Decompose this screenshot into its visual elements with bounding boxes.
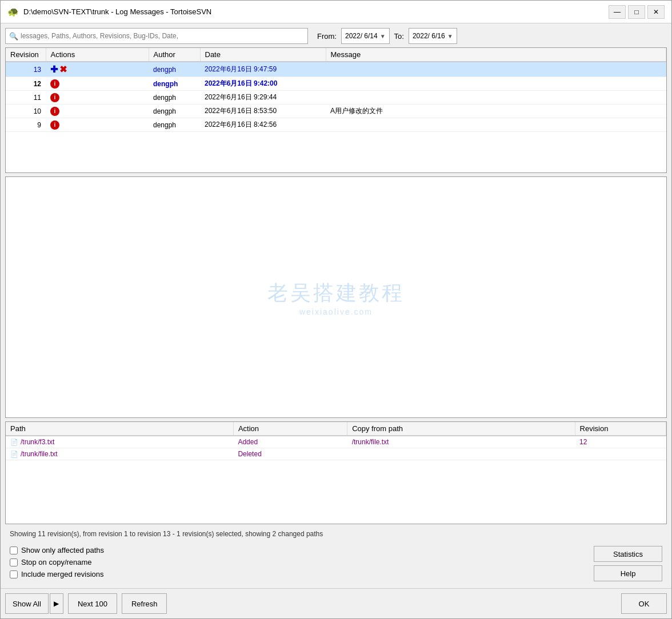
- log-table-row[interactable]: 13✚✖dengph2022年6月16日 9:47:59: [6, 62, 666, 77]
- path-table-row[interactable]: 📄/trunk/f3.txtAdded/trunk/file.txt12: [6, 436, 666, 448]
- watermark-en-text: weixiaolive.com: [267, 307, 405, 316]
- log-row-revision: 11: [6, 91, 46, 104]
- path-row-copy-from: [347, 448, 575, 460]
- to-date-value: 2022/ 6/16: [413, 32, 445, 40]
- maximize-button[interactable]: □: [628, 5, 645, 19]
- title-controls: — □ ✕: [609, 5, 665, 19]
- log-row-date: 2022年6月16日 9:29:44: [200, 91, 326, 104]
- log-row-date: 2022年6月16日 8:42:56: [200, 118, 326, 132]
- log-row-message: [326, 91, 666, 104]
- add-action-icon: ✚: [50, 64, 58, 75]
- info-action-icon: i: [50, 93, 59, 102]
- info-action-icon: i: [50, 120, 59, 130]
- path-table: Path Action Copy from path Revision 📄/tr…: [6, 422, 666, 460]
- log-table: Revision Actions Author Date Message 13✚…: [6, 48, 666, 132]
- close-button[interactable]: ✕: [647, 5, 665, 19]
- to-date-arrow[interactable]: ▼: [447, 33, 453, 39]
- log-row-revision: 12: [6, 77, 46, 91]
- checkboxes-group: Show only affected paths Stop on copy/re…: [10, 546, 104, 578]
- include-merged-checkbox[interactable]: [10, 570, 18, 578]
- include-merged-text: Include merged revisions: [21, 570, 104, 578]
- info-action-icon: i: [50, 79, 59, 89]
- bottom-bar: Show All ▶ Next 100 Refresh OK: [1, 588, 671, 618]
- log-row-actions: i: [46, 104, 149, 118]
- window-title: D:\demo\SVN-TEXT\trunk - Log Messages - …: [23, 7, 211, 16]
- search-icon: 🔍: [9, 32, 18, 41]
- log-row-actions: i: [46, 118, 149, 132]
- path-row-path: 📄/trunk/f3.txt: [6, 436, 233, 448]
- main-window: 🐢 D:\demo\SVN-TEXT\trunk - Log Messages …: [0, 0, 672, 619]
- title-bar: 🐢 D:\demo\SVN-TEXT\trunk - Log Messages …: [1, 1, 671, 23]
- log-table-row[interactable]: 12idengph2022年6月16日 9:42:00: [6, 77, 666, 91]
- log-row-author: dengph: [149, 91, 200, 104]
- log-row-revision: 13: [6, 62, 46, 77]
- to-date-box[interactable]: 2022/ 6/16 ▼: [409, 28, 457, 44]
- log-table-row[interactable]: 10idengph2022年6月16日 8:53:50A用户修改的文件: [6, 104, 666, 118]
- show-all-arrow-button[interactable]: ▶: [50, 593, 63, 614]
- col-header-revision: Revision: [575, 422, 666, 436]
- message-area: 老吴搭建教程 weixiaolive.com: [5, 176, 667, 418]
- show-only-affected-label[interactable]: Show only affected paths: [10, 546, 104, 554]
- search-box[interactable]: 🔍: [5, 28, 308, 44]
- log-row-message: [326, 118, 666, 132]
- col-header-actions: Actions: [46, 48, 149, 62]
- log-row-actions: i: [46, 77, 149, 91]
- log-row-date: 2022年6月16日 8:53:50: [200, 104, 326, 118]
- col-header-copy-from: Copy from path: [347, 422, 575, 436]
- log-row-author: dengph: [149, 62, 200, 77]
- help-button[interactable]: Help: [594, 565, 662, 581]
- refresh-button[interactable]: Refresh: [122, 593, 167, 614]
- log-table-row[interactable]: 9idengph2022年6月16日 8:42:56: [6, 118, 666, 132]
- path-table-row[interactable]: 📄/trunk/file.txtDeleted: [6, 448, 666, 460]
- stop-on-copy-checkbox[interactable]: [10, 558, 18, 566]
- title-bar-left: 🐢 D:\demo\SVN-TEXT\trunk - Log Messages …: [7, 6, 211, 17]
- log-table-header-row: Revision Actions Author Date Message: [6, 48, 666, 62]
- from-date-arrow[interactable]: ▼: [380, 33, 386, 39]
- path-row-action: Deleted: [233, 448, 347, 460]
- app-icon: 🐢: [7, 6, 19, 17]
- log-row-actions: ✚✖: [46, 62, 149, 77]
- main-content: 🔍 From: 2022/ 6/14 ▼ To: 2022/ 6/16 ▼ Re…: [1, 23, 671, 588]
- next-100-button[interactable]: Next 100: [68, 593, 117, 614]
- file-icon: 📄: [10, 451, 18, 457]
- log-row-message: [326, 77, 666, 91]
- path-row-revision: [575, 448, 666, 460]
- log-table-row[interactable]: 11idengph2022年6月16日 9:29:44: [6, 91, 666, 104]
- show-all-button[interactable]: Show All: [5, 593, 49, 614]
- path-row-path: 📄/trunk/file.txt: [6, 448, 233, 460]
- side-buttons: Statistics Help: [594, 546, 662, 581]
- log-row-date: 2022年6月16日 9:42:00: [200, 77, 326, 91]
- minimize-button[interactable]: —: [609, 5, 626, 19]
- search-input[interactable]: [21, 32, 304, 40]
- log-row-message: A用户修改的文件: [326, 104, 666, 118]
- col-header-date: Date: [200, 48, 326, 62]
- path-value: /trunk/file.txt: [21, 450, 58, 458]
- from-date-box[interactable]: 2022/ 6/14 ▼: [341, 28, 390, 44]
- stop-on-copy-label[interactable]: Stop on copy/rename: [10, 558, 104, 566]
- delete-action-icon: ✖: [59, 64, 67, 75]
- info-action-icon: i: [50, 107, 59, 116]
- log-row-message: [326, 62, 666, 77]
- path-table-container: Path Action Copy from path Revision 📄/tr…: [5, 421, 667, 524]
- search-row: 🔍 From: 2022/ 6/14 ▼ To: 2022/ 6/16 ▼: [5, 28, 667, 44]
- log-row-date: 2022年6月16日 9:47:59: [200, 62, 326, 77]
- path-row-action: Added: [233, 436, 347, 448]
- to-label: To:: [394, 32, 404, 41]
- statistics-button[interactable]: Statistics: [594, 546, 662, 562]
- watermark: 老吴搭建教程 weixiaolive.com: [267, 279, 405, 316]
- col-header-message: Message: [326, 48, 666, 62]
- status-text: Showing 11 revision(s), from revision 1 …: [10, 530, 323, 538]
- log-row-actions: i: [46, 91, 149, 104]
- include-merged-label[interactable]: Include merged revisions: [10, 570, 104, 578]
- show-only-affected-checkbox[interactable]: [10, 546, 18, 554]
- status-bar: Showing 11 revision(s), from revision 1 …: [5, 528, 667, 540]
- bottom-right-buttons: OK: [621, 593, 667, 614]
- path-table-header-row: Path Action Copy from path Revision: [6, 422, 666, 436]
- log-row-author: dengph: [149, 118, 200, 132]
- col-header-revision: Revision: [6, 48, 46, 62]
- file-icon: 📄: [10, 439, 18, 445]
- col-header-path: Path: [6, 422, 233, 436]
- log-row-author: dengph: [149, 104, 200, 118]
- ok-button[interactable]: OK: [621, 593, 667, 614]
- log-row-revision: 10: [6, 104, 46, 118]
